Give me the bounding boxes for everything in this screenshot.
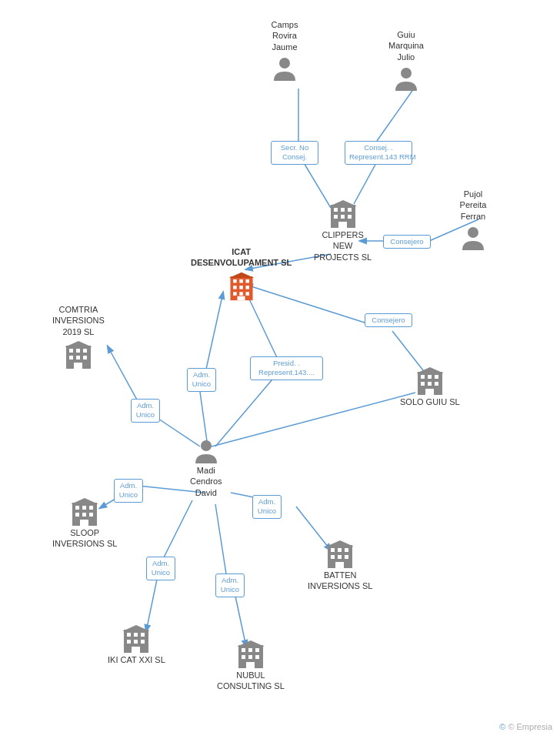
svg-rect-31 [334, 215, 338, 219]
badge-adm3: Adm.Unico [114, 479, 143, 503]
badge-consej2: Consejero [383, 235, 431, 249]
svg-rect-51 [83, 349, 87, 353]
svg-rect-89 [127, 640, 131, 644]
svg-rect-52 [69, 356, 73, 359]
svg-point-24 [279, 58, 290, 69]
node-icat: ICAT DESENVOLUPAMENT SL [191, 246, 292, 302]
person-icon-madi [192, 437, 220, 465]
svg-rect-79 [345, 548, 348, 552]
svg-rect-42 [245, 286, 249, 289]
svg-rect-77 [331, 548, 335, 552]
svg-rect-37 [233, 279, 237, 283]
building-icon-sloop [69, 497, 100, 527]
svg-line-9 [204, 293, 223, 380]
building-icon-nubul [235, 639, 266, 670]
svg-rect-78 [338, 548, 342, 552]
badge-presid: Presid. .Represent.143.... [250, 356, 323, 380]
svg-rect-33 [348, 215, 352, 219]
svg-rect-29 [341, 208, 345, 212]
svg-rect-54 [83, 356, 87, 359]
svg-rect-99 [248, 655, 252, 659]
svg-rect-34 [338, 222, 347, 228]
svg-rect-63 [435, 382, 438, 386]
svg-rect-41 [239, 286, 243, 289]
node-comtria: COMTRIA INVERSIONS 2019 SL [52, 304, 105, 370]
svg-rect-80 [331, 555, 335, 559]
svg-rect-82 [345, 555, 348, 559]
svg-rect-30 [348, 208, 352, 212]
svg-rect-69 [82, 506, 86, 510]
svg-rect-62 [428, 382, 432, 386]
svg-rect-68 [75, 506, 79, 510]
svg-marker-47 [228, 272, 254, 277]
svg-marker-65 [416, 367, 444, 373]
svg-rect-49 [69, 349, 73, 353]
svg-rect-97 [255, 648, 259, 652]
svg-rect-73 [89, 513, 93, 517]
svg-rect-71 [75, 513, 79, 517]
svg-point-26 [468, 227, 478, 238]
svg-rect-88 [141, 633, 145, 637]
badge-adm4: Adm.Unico [252, 495, 282, 519]
svg-rect-70 [89, 506, 93, 510]
badge-adm6: Adm.Unico [215, 573, 245, 597]
svg-rect-98 [242, 655, 245, 659]
svg-rect-59 [428, 375, 432, 379]
node-madi: Madi Cendros David [190, 437, 222, 500]
svg-rect-101 [246, 662, 255, 668]
svg-rect-92 [132, 647, 140, 653]
svg-line-20 [215, 370, 281, 446]
badge-adm5: Adm.Unico [146, 557, 175, 580]
svg-rect-95 [242, 648, 245, 652]
svg-rect-100 [255, 655, 259, 659]
svg-line-8 [246, 293, 281, 366]
watermark: © © Empresia [499, 722, 552, 731]
building-icon-iki [121, 624, 152, 654]
node-guiu: Guiu Marquina Julio [388, 29, 424, 92]
diagram-canvas: Camps Rovira Jaume Guiu Marquina Julio P… [0, 0, 560, 739]
svg-point-25 [401, 68, 412, 79]
svg-marker-102 [237, 640, 265, 647]
svg-rect-90 [134, 640, 138, 644]
svg-rect-81 [338, 555, 342, 559]
badge-adm2: Adm.Unico [131, 399, 160, 423]
node-solo: SOLO GUIU SL [400, 366, 460, 410]
building-icon-clippers [328, 199, 358, 229]
svg-rect-38 [239, 279, 243, 283]
building-icon-icat [226, 271, 257, 302]
svg-line-18 [215, 504, 227, 579]
svg-rect-83 [335, 562, 344, 568]
svg-rect-39 [245, 279, 249, 283]
badge-consej1: Consej. .Represent.143 RRM [345, 141, 412, 165]
svg-rect-64 [425, 389, 434, 395]
node-pujol: Pujol Pereita Ferran [459, 189, 487, 252]
svg-rect-61 [421, 382, 425, 386]
badge-consej3: Consejero [365, 313, 412, 327]
svg-marker-84 [326, 540, 354, 547]
node-iki: IKI CAT XXI SL [108, 624, 165, 667]
badge-secr: Secr. NoConsej. [271, 141, 318, 165]
person-icon-pujol [459, 224, 487, 252]
svg-line-3 [354, 162, 377, 204]
svg-marker-75 [71, 498, 98, 504]
node-sloop: SLOOP INVERSIONS SL [52, 497, 117, 552]
node-camps: Camps Rovira Jaume [271, 19, 298, 82]
badge-adm1: Adm.Unico [187, 368, 216, 392]
svg-marker-93 [122, 625, 150, 631]
svg-rect-74 [80, 520, 88, 526]
svg-rect-43 [233, 292, 237, 296]
svg-rect-58 [421, 375, 425, 379]
node-clippers: CLIPPERS NEW PROJECTS SL [314, 199, 372, 265]
svg-rect-72 [82, 513, 86, 517]
svg-rect-46 [237, 296, 245, 299]
svg-rect-96 [248, 648, 252, 652]
node-nubul: NUBUL CONSULTING SL [217, 639, 285, 694]
person-icon-camps [271, 55, 298, 82]
svg-point-66 [201, 440, 212, 451]
svg-rect-28 [334, 208, 338, 212]
node-batten: BATTEN INVERSIONS SL [308, 539, 372, 594]
svg-marker-56 [65, 341, 92, 347]
svg-rect-55 [74, 363, 82, 369]
svg-rect-45 [245, 292, 249, 296]
svg-rect-44 [239, 292, 243, 296]
